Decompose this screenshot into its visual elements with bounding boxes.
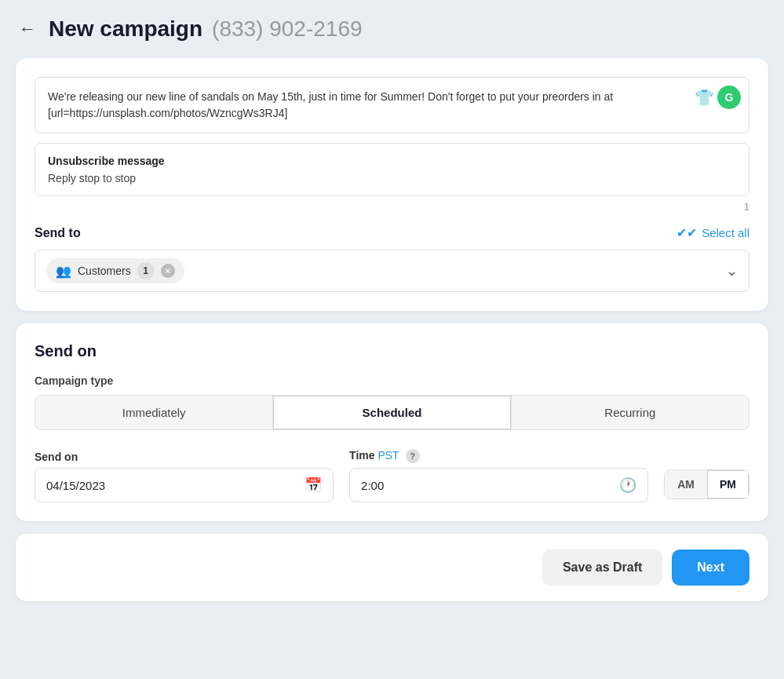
- customers-icon: 👥: [56, 264, 71, 279]
- message-card: We're releasing our new line of sandals …: [16, 58, 768, 311]
- double-check-icon: ✔✔: [676, 225, 697, 240]
- unsubscribe-label: Unsubscribe message: [48, 155, 736, 167]
- time-input[interactable]: [361, 479, 613, 492]
- select-all-button[interactable]: ✔✔ Select all: [676, 225, 749, 240]
- campaign-type-tabs: Immediately Scheduled Recurring: [35, 395, 749, 430]
- chevron-down-icon: ⌄: [726, 262, 738, 279]
- clock-icon: 🕐: [619, 476, 636, 494]
- pm-button[interactable]: PM: [707, 470, 749, 498]
- avatar-g: G: [717, 86, 741, 109]
- am-button[interactable]: AM: [665, 470, 707, 498]
- date-input[interactable]: [46, 479, 298, 492]
- page-title: New campaign: [49, 16, 202, 42]
- time-input-wrapper: 🕐: [349, 468, 648, 502]
- send-on-field-label: Send on: [35, 451, 334, 463]
- send-time-row: Send on 📅 Time PST ? 🕐 AM PM: [35, 449, 749, 502]
- select-all-label: Select all: [702, 226, 749, 239]
- shirt-icon: 👕: [695, 86, 714, 109]
- tab-scheduled[interactable]: Scheduled: [273, 396, 511, 429]
- pst-label: PST: [377, 449, 399, 462]
- campaign-type-label: Campaign type: [35, 374, 749, 387]
- tab-recurring[interactable]: Recurring: [512, 396, 749, 429]
- date-input-wrapper: 📅: [35, 468, 334, 502]
- page-subtitle: (833) 902-2169: [212, 16, 362, 42]
- page-header: ← New campaign (833) 902-2169: [16, 16, 768, 42]
- footer-card: Save as Draft Next: [16, 534, 768, 601]
- time-field-label: Time PST ?: [349, 449, 648, 463]
- recipients-dropdown[interactable]: 👥 Customers 1 ✕ ⌄: [35, 250, 749, 292]
- unsubscribe-section: Unsubscribe message Reply stop to stop: [35, 143, 749, 196]
- am-pm-group: AM PM: [664, 469, 749, 499]
- save-draft-button[interactable]: Save as Draft: [542, 549, 662, 586]
- recipient-count: 1: [137, 262, 155, 279]
- char-count: 1: [35, 201, 749, 213]
- recipient-name: Customers: [78, 265, 131, 277]
- unsubscribe-text: Reply stop to stop: [48, 172, 736, 184]
- message-preview: We're releasing our new line of sandals …: [35, 77, 749, 133]
- recipient-chip: 👥 Customers 1 ✕: [46, 258, 184, 283]
- send-on-title: Send on: [35, 342, 749, 360]
- back-button[interactable]: ←: [16, 16, 39, 42]
- tab-immediately[interactable]: Immediately: [35, 396, 273, 429]
- date-group: Send on 📅: [35, 451, 334, 502]
- avatars: 👕 G: [695, 86, 741, 109]
- calendar-icon: 📅: [304, 476, 322, 494]
- time-group: Time PST ? 🕐: [349, 449, 648, 502]
- send-to-row: Send to ✔✔ Select all: [35, 225, 749, 240]
- next-button[interactable]: Next: [672, 549, 749, 586]
- send-to-label: Send to: [35, 226, 81, 240]
- help-icon[interactable]: ?: [406, 449, 420, 463]
- message-text: We're releasing our new line of sandals …: [48, 90, 613, 119]
- remove-recipient-button[interactable]: ✕: [161, 264, 175, 278]
- send-on-card: Send on Campaign type Immediately Schedu…: [16, 323, 768, 521]
